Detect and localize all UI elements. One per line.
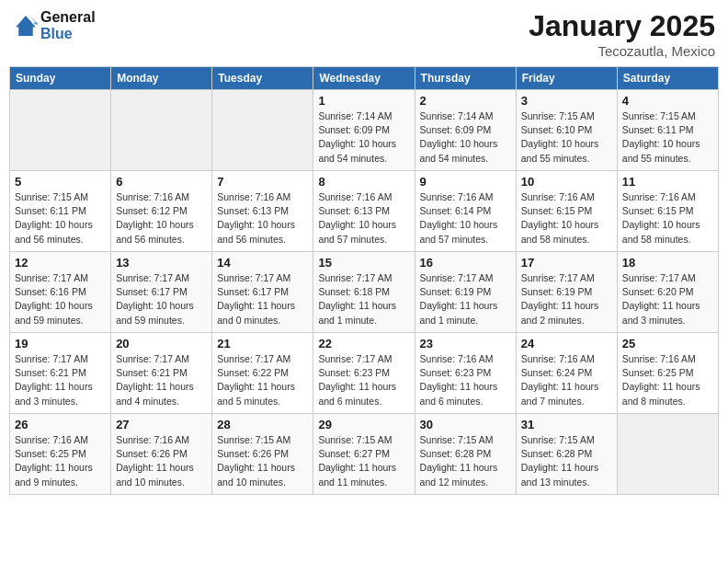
day-info: Sunrise: 7:15 AM Sunset: 6:27 PM Dayligh… bbox=[318, 433, 409, 489]
weekday-header-thursday: Thursday bbox=[415, 67, 516, 90]
day-info: Sunrise: 7:16 AM Sunset: 6:13 PM Dayligh… bbox=[217, 190, 308, 247]
day-info: Sunrise: 7:16 AM Sunset: 6:13 PM Dayligh… bbox=[318, 190, 409, 247]
day-number: 11 bbox=[622, 175, 713, 189]
calendar-cell: 7Sunrise: 7:16 AM Sunset: 6:13 PM Daylig… bbox=[212, 171, 313, 252]
calendar-cell: 11Sunrise: 7:16 AM Sunset: 6:15 PM Dayli… bbox=[617, 171, 718, 252]
day-number: 12 bbox=[15, 256, 106, 270]
day-info: Sunrise: 7:16 AM Sunset: 6:15 PM Dayligh… bbox=[521, 190, 612, 247]
calendar-cell: 12Sunrise: 7:17 AM Sunset: 6:16 PM Dayli… bbox=[10, 252, 111, 333]
day-info: Sunrise: 7:14 AM Sunset: 6:09 PM Dayligh… bbox=[420, 109, 511, 166]
day-number: 31 bbox=[521, 418, 612, 431]
logo-text-general: General bbox=[40, 9, 96, 26]
day-info: Sunrise: 7:15 AM Sunset: 6:11 PM Dayligh… bbox=[622, 109, 713, 166]
calendar-cell: 5Sunrise: 7:15 AM Sunset: 6:11 PM Daylig… bbox=[10, 171, 111, 252]
calendar-cell: 19Sunrise: 7:17 AM Sunset: 6:21 PM Dayli… bbox=[10, 333, 111, 414]
day-number: 14 bbox=[217, 256, 308, 270]
calendar-cell: 21Sunrise: 7:17 AM Sunset: 6:22 PM Dayli… bbox=[212, 333, 313, 414]
day-info: Sunrise: 7:17 AM Sunset: 6:16 PM Dayligh… bbox=[15, 271, 106, 327]
day-info: Sunrise: 7:15 AM Sunset: 6:26 PM Dayligh… bbox=[217, 433, 308, 489]
day-number: 5 bbox=[15, 175, 106, 189]
day-number: 27 bbox=[116, 418, 207, 431]
day-info: Sunrise: 7:17 AM Sunset: 6:21 PM Dayligh… bbox=[15, 352, 106, 408]
calendar-cell bbox=[10, 90, 111, 171]
day-info: Sunrise: 7:16 AM Sunset: 6:24 PM Dayligh… bbox=[521, 352, 612, 408]
day-number: 28 bbox=[217, 418, 308, 431]
day-number: 19 bbox=[15, 337, 106, 350]
weekday-header-tuesday: Tuesday bbox=[212, 67, 313, 90]
month-title: January 2025 bbox=[529, 9, 715, 43]
day-number: 3 bbox=[521, 94, 612, 108]
day-info: Sunrise: 7:17 AM Sunset: 6:20 PM Dayligh… bbox=[622, 271, 713, 327]
day-info: Sunrise: 7:16 AM Sunset: 6:14 PM Dayligh… bbox=[420, 190, 511, 247]
calendar-cell: 14Sunrise: 7:17 AM Sunset: 6:17 PM Dayli… bbox=[212, 252, 313, 333]
day-number: 4 bbox=[622, 94, 713, 108]
day-info: Sunrise: 7:15 AM Sunset: 6:28 PM Dayligh… bbox=[521, 433, 612, 489]
calendar-cell: 30Sunrise: 7:15 AM Sunset: 6:28 PM Dayli… bbox=[415, 414, 516, 495]
day-number: 29 bbox=[318, 418, 409, 431]
day-info: Sunrise: 7:17 AM Sunset: 6:17 PM Dayligh… bbox=[217, 271, 308, 327]
weekday-header-monday: Monday bbox=[111, 67, 212, 90]
day-number: 2 bbox=[420, 94, 511, 108]
day-number: 1 bbox=[318, 94, 409, 108]
calendar-cell: 13Sunrise: 7:17 AM Sunset: 6:17 PM Dayli… bbox=[111, 252, 212, 333]
day-info: Sunrise: 7:15 AM Sunset: 6:11 PM Dayligh… bbox=[15, 190, 106, 247]
day-info: Sunrise: 7:14 AM Sunset: 6:09 PM Dayligh… bbox=[318, 109, 409, 166]
day-info: Sunrise: 7:16 AM Sunset: 6:26 PM Dayligh… bbox=[116, 433, 207, 489]
day-info: Sunrise: 7:15 AM Sunset: 6:10 PM Dayligh… bbox=[521, 109, 612, 166]
logo-text-blue: Blue bbox=[40, 26, 96, 42]
calendar-cell: 27Sunrise: 7:16 AM Sunset: 6:26 PM Dayli… bbox=[111, 414, 212, 495]
calendar-cell: 1Sunrise: 7:14 AM Sunset: 6:09 PM Daylig… bbox=[313, 90, 415, 171]
day-number: 16 bbox=[420, 256, 511, 270]
calendar-cell: 24Sunrise: 7:16 AM Sunset: 6:24 PM Dayli… bbox=[516, 333, 617, 414]
calendar-cell: 9Sunrise: 7:16 AM Sunset: 6:14 PM Daylig… bbox=[415, 171, 516, 252]
calendar-cell: 31Sunrise: 7:15 AM Sunset: 6:28 PM Dayli… bbox=[516, 414, 617, 495]
weekday-header-sunday: Sunday bbox=[10, 67, 111, 90]
day-number: 17 bbox=[521, 256, 612, 270]
calendar-cell: 4Sunrise: 7:15 AM Sunset: 6:11 PM Daylig… bbox=[617, 90, 718, 171]
svg-marker-0 bbox=[16, 16, 36, 36]
calendar-cell: 18Sunrise: 7:17 AM Sunset: 6:20 PM Dayli… bbox=[617, 252, 718, 333]
calendar-cell bbox=[111, 90, 212, 171]
day-number: 13 bbox=[116, 256, 207, 270]
title-block: January 2025 Tecozautla, Mexico bbox=[529, 9, 715, 59]
calendar-cell: 10Sunrise: 7:16 AM Sunset: 6:15 PM Dayli… bbox=[516, 171, 617, 252]
day-number: 8 bbox=[318, 175, 409, 189]
day-info: Sunrise: 7:17 AM Sunset: 6:17 PM Dayligh… bbox=[116, 271, 207, 327]
day-number: 9 bbox=[420, 175, 511, 189]
day-info: Sunrise: 7:17 AM Sunset: 6:19 PM Dayligh… bbox=[420, 271, 511, 327]
day-number: 21 bbox=[217, 337, 308, 350]
day-info: Sunrise: 7:17 AM Sunset: 6:23 PM Dayligh… bbox=[318, 352, 409, 408]
day-info: Sunrise: 7:17 AM Sunset: 6:19 PM Dayligh… bbox=[521, 271, 612, 327]
logo: General Blue bbox=[13, 9, 96, 42]
calendar-cell: 8Sunrise: 7:16 AM Sunset: 6:13 PM Daylig… bbox=[313, 171, 415, 252]
calendar-cell: 2Sunrise: 7:14 AM Sunset: 6:09 PM Daylig… bbox=[415, 90, 516, 171]
day-number: 26 bbox=[15, 418, 106, 431]
calendar-cell bbox=[617, 414, 718, 495]
calendar-cell: 6Sunrise: 7:16 AM Sunset: 6:12 PM Daylig… bbox=[111, 171, 212, 252]
calendar-cell: 23Sunrise: 7:16 AM Sunset: 6:23 PM Dayli… bbox=[415, 333, 516, 414]
day-number: 15 bbox=[318, 256, 409, 270]
calendar-cell bbox=[212, 90, 313, 171]
day-number: 10 bbox=[521, 175, 612, 189]
day-info: Sunrise: 7:17 AM Sunset: 6:18 PM Dayligh… bbox=[318, 271, 409, 327]
calendar-cell: 20Sunrise: 7:17 AM Sunset: 6:21 PM Dayli… bbox=[111, 333, 212, 414]
weekday-header-wednesday: Wednesday bbox=[313, 67, 415, 90]
weekday-header-saturday: Saturday bbox=[617, 67, 718, 90]
calendar-cell: 22Sunrise: 7:17 AM Sunset: 6:23 PM Dayli… bbox=[313, 333, 415, 414]
day-info: Sunrise: 7:15 AM Sunset: 6:28 PM Dayligh… bbox=[420, 433, 511, 489]
day-number: 20 bbox=[116, 337, 207, 350]
calendar-cell: 29Sunrise: 7:15 AM Sunset: 6:27 PM Dayli… bbox=[313, 414, 415, 495]
day-info: Sunrise: 7:16 AM Sunset: 6:25 PM Dayligh… bbox=[622, 352, 713, 408]
calendar-cell: 17Sunrise: 7:17 AM Sunset: 6:19 PM Dayli… bbox=[516, 252, 617, 333]
day-number: 25 bbox=[622, 337, 713, 350]
calendar-cell: 16Sunrise: 7:17 AM Sunset: 6:19 PM Dayli… bbox=[415, 252, 516, 333]
day-info: Sunrise: 7:16 AM Sunset: 6:12 PM Dayligh… bbox=[116, 190, 207, 247]
page-header: General Blue January 2025 Tecozautla, Me… bbox=[9, 9, 719, 59]
day-info: Sunrise: 7:16 AM Sunset: 6:25 PM Dayligh… bbox=[15, 433, 106, 489]
day-info: Sunrise: 7:16 AM Sunset: 6:15 PM Dayligh… bbox=[622, 190, 713, 247]
logo-icon bbox=[13, 13, 39, 39]
day-info: Sunrise: 7:17 AM Sunset: 6:21 PM Dayligh… bbox=[116, 352, 207, 408]
day-number: 22 bbox=[318, 337, 409, 350]
day-number: 6 bbox=[116, 175, 207, 189]
location-title: Tecozautla, Mexico bbox=[529, 43, 715, 59]
